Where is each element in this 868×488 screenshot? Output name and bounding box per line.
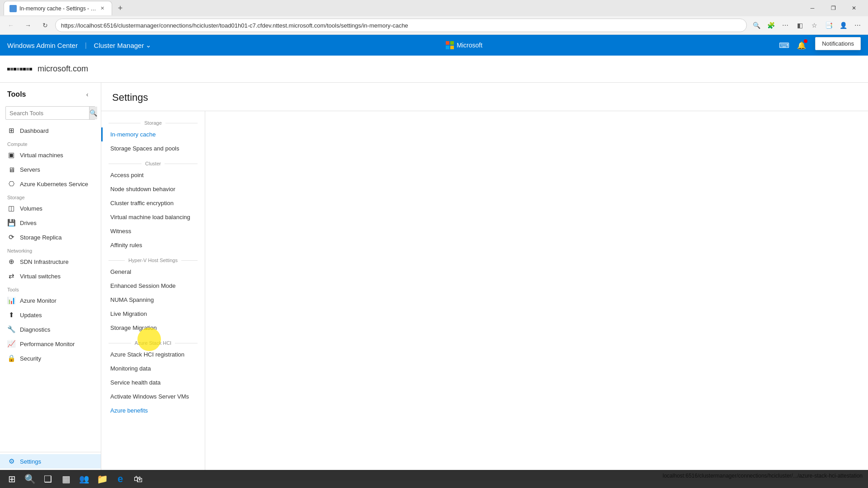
forward-button[interactable]: → [21, 18, 35, 33]
compute-section-label: Compute [0, 138, 101, 148]
settings-nav-storage-spaces[interactable]: Storage Spaces and pools [101, 141, 205, 155]
sidebar-item-label: Storage Replica [20, 234, 62, 241]
sidebar-item-storage-replica[interactable]: ⟳ Storage Replica [0, 230, 101, 244]
sidebar-item-azure-kubernetes[interactable]: ⎔ Azure Kubernetes Service [0, 177, 101, 191]
address-bar[interactable]: https://localhost:6516/clustermanager/co… [55, 19, 747, 32]
sidebar-nav: ⊞ Dashboard Compute ▣ Virtual machines 🖥… [0, 123, 101, 452]
settings-nav-azure-benefits[interactable]: Azure benefits [101, 404, 205, 418]
perf-monitor-icon: 📈 [7, 340, 15, 348]
sidebar-item-sdn[interactable]: ⊕ SDN Infrastructure [0, 254, 101, 269]
extensions-icon[interactable]: 🧩 [764, 19, 778, 32]
sidebar-item-virtual-switches[interactable]: ⇄ Virtual switches [0, 269, 101, 283]
sidebar-item-performance-monitor[interactable]: 📈 Performance Monitor [0, 337, 101, 351]
settings-nav-node-shutdown[interactable]: Node shutdown behavior [101, 182, 205, 196]
sidebar-item-label: SDN Infrastructure [20, 258, 69, 265]
settings-nav-storage-migration[interactable]: Storage Migration [101, 321, 205, 335]
sidebar-item-label: Security [20, 355, 41, 362]
tab-bar: In-memory cache - Settings - Cl... ✕ + ─… [0, 0, 868, 16]
file-explorer-button[interactable]: 📁 [94, 471, 110, 487]
settings-nav-in-memory-cache[interactable]: In-memory cache [101, 127, 205, 141]
profile-icon[interactable]: 👤 [836, 19, 850, 32]
security-icon: 🔒 [7, 354, 15, 362]
search-box[interactable]: 🔍 [5, 106, 95, 120]
edge-button[interactable]: e [112, 471, 128, 487]
diagnostics-icon: 🔧 [7, 325, 15, 333]
settings-nav-affinity-rules[interactable]: Affinity rules [101, 238, 205, 252]
address-text: https://localhost:6516/clustermanager/co… [61, 22, 741, 29]
storage-replica-icon: ⟳ [7, 233, 15, 241]
settings-nav-witness[interactable]: Witness [101, 224, 205, 238]
sidebar: Tools ‹ 🔍 ⊞ Dashboard Compute ▣ Virtual … [0, 83, 101, 470]
tools-section-label: Tools [0, 283, 101, 293]
settings-nav-general[interactable]: General [101, 265, 205, 279]
notification-bell-btn[interactable]: 🔔 [794, 38, 809, 53]
refresh-button[interactable]: ↻ [38, 18, 52, 33]
sidebar-item-settings[interactable]: ⚙ Settings [0, 454, 101, 469]
content-with-nav: Storage In-memory cache Storage Spaces a… [101, 111, 868, 470]
restore-button[interactable]: ❐ [823, 0, 844, 16]
settings-nav-azure-hci-registration[interactable]: Azure Stack HCI registration [101, 347, 205, 361]
virtual-machines-icon: ▣ [7, 151, 15, 159]
active-tab[interactable]: In-memory cache - Settings - Cl... ✕ [4, 1, 112, 15]
settings-nav-enhanced-session[interactable]: Enhanced Session Mode [101, 279, 205, 293]
hyperv-section-divider: Hyper-V Host Settings [101, 252, 205, 265]
tab-close-button[interactable]: ✕ [98, 5, 106, 13]
teams-button[interactable]: 👥 [76, 471, 92, 487]
sidebar-item-dashboard[interactable]: ⊞ Dashboard [0, 123, 101, 138]
close-button[interactable]: ✕ [844, 0, 864, 16]
sidebar-item-label: Settings [20, 458, 41, 465]
sidebar-item-diagnostics[interactable]: 🔧 Diagnostics [0, 322, 101, 337]
notification-badge [804, 39, 807, 43]
settings-nav-access-point[interactable]: Access point [101, 168, 205, 182]
search-input[interactable] [6, 110, 89, 117]
ellipsis-icon[interactable]: ⋯ [851, 19, 864, 32]
store-button[interactable]: 🛍 [130, 471, 146, 487]
sidebar-item-security[interactable]: 🔒 Security [0, 351, 101, 366]
settings-nav-activate-windows[interactable]: Activate Windows Server VMs [101, 389, 205, 404]
settings-nav-monitoring-data[interactable]: Monitoring data [101, 361, 205, 375]
sidebar-collapse-button[interactable]: ‹ [81, 88, 94, 101]
start-button[interactable]: ⊞ [4, 471, 20, 487]
settings-nav: Storage In-memory cache Storage Spaces a… [101, 111, 205, 470]
search-taskbar-button[interactable]: 🔍 [22, 471, 38, 487]
sidebar-item-drives[interactable]: 💾 Drives [0, 216, 101, 230]
sidebar-icon[interactable]: ◧ [793, 19, 807, 32]
minimize-button[interactable]: ─ [802, 0, 823, 16]
browser-icons: 🔍 🧩 ⋯ ◧ ☆ 📑 👤 ⋯ [750, 19, 864, 32]
settings-content [205, 111, 868, 470]
settings-nav-cluster-encryption[interactable]: Cluster traffic encryption [101, 196, 205, 210]
new-tab-button[interactable]: + [114, 2, 127, 14]
volumes-icon: ◫ [7, 204, 15, 212]
search-icon-btn[interactable]: 🔍 [750, 19, 763, 32]
networking-section-label: Networking [0, 244, 101, 254]
settings-nav-numa-spanning[interactable]: NUMA Spanning [101, 293, 205, 307]
sidebar-item-label: Updates [20, 312, 42, 319]
ms-label: Microsoft [457, 42, 482, 49]
settings-icon: ⚙ [7, 457, 15, 465]
back-button[interactable]: ← [4, 18, 18, 33]
sidebar-item-azure-monitor[interactable]: 📊 Azure Monitor [0, 293, 101, 308]
terminal-icon-btn[interactable]: ⌨ [777, 38, 792, 53]
sidebar-item-servers[interactable]: 🖥 Servers [0, 162, 101, 177]
window-controls: ─ ❐ ✕ [802, 0, 864, 16]
azure-stack-section-divider: Azure Stack HCI [101, 335, 205, 347]
sidebar-header: Tools ‹ [0, 83, 101, 104]
cluster-manager-dropdown[interactable]: Cluster Manager ⌄ [94, 41, 152, 49]
more-tools-icon[interactable]: ⋯ [778, 19, 792, 32]
sidebar-item-virtual-machines[interactable]: ▣ Virtual machines [0, 148, 101, 162]
settings-nav-vm-load-balancing[interactable]: Virtual machine load balancing [101, 210, 205, 224]
settings-nav-live-migration[interactable]: Live Migration [101, 307, 205, 321]
sidebar-item-volumes[interactable]: ◫ Volumes [0, 201, 101, 216]
widgets-button[interactable]: ▦ [58, 471, 74, 487]
servers-icon: 🖥 [7, 165, 15, 174]
content-area: Settings Storage In-memory cache Storage… [101, 83, 868, 470]
favorites-icon[interactable]: ☆ [807, 19, 821, 32]
address-bar-row: ← → ↻ https://localhost:6516/clustermana… [0, 16, 868, 34]
sidebar-item-updates[interactable]: ⬆ Updates [0, 308, 101, 322]
sidebar-title: Tools [7, 90, 26, 99]
search-icon[interactable]: 🔍 [89, 107, 97, 119]
tab-title: In-memory cache - Settings - Cl... [19, 5, 96, 12]
settings-nav-service-health[interactable]: Service health data [101, 375, 205, 389]
collections-icon[interactable]: 📑 [822, 19, 835, 32]
task-view-button[interactable]: ❑ [40, 471, 56, 487]
